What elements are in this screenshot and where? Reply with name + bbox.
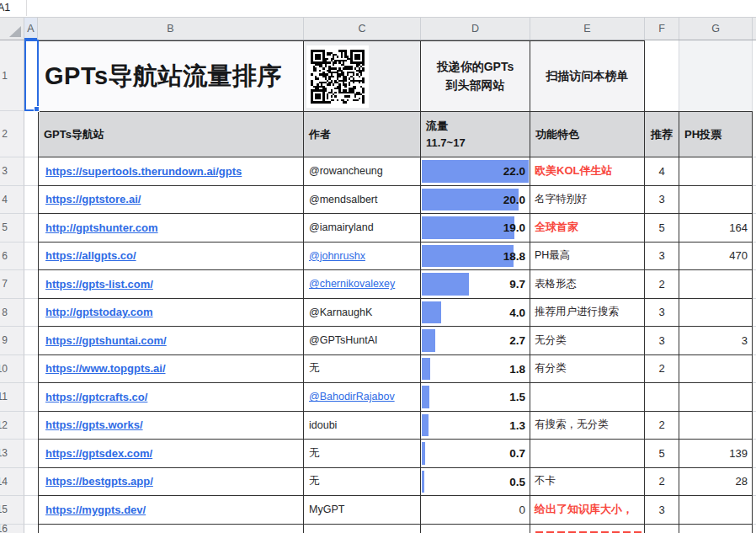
ph-votes-cell[interactable] (679, 270, 753, 299)
recommend-cell[interactable]: 3 (645, 243, 679, 271)
column-header-a[interactable]: A (24, 18, 38, 40)
cell-col-a[interactable] (24, 468, 38, 497)
header-author[interactable]: 作者 (304, 111, 421, 157)
recommend-cell[interactable]: 2 (645, 270, 679, 299)
cell-col-a[interactable] (24, 243, 38, 271)
row-header[interactable]: 3 (0, 157, 24, 186)
feature-cell[interactable]: 欧美KOL伴生站 (530, 157, 645, 186)
header-recommend[interactable]: 推荐 (645, 111, 679, 157)
column-header-f[interactable]: F (645, 18, 679, 40)
cell-c1-qr[interactable] (304, 40, 421, 111)
header-site[interactable]: GPTs导航站 (38, 111, 304, 157)
site-link[interactable]: https://supertools.therundown.ai/gpts (39, 165, 242, 178)
feature-cell[interactable]: 给出了知识库大小， (530, 496, 645, 525)
row-header[interactable]: 13 (0, 440, 24, 468)
author-cell[interactable]: @KarnaughK (304, 299, 421, 328)
feature-cell[interactable]: 名字特别好 (530, 186, 645, 215)
author-cell[interactable]: MyGPT (304, 496, 421, 525)
recommend-cell[interactable]: 5 (645, 214, 679, 243)
recommend-cell[interactable]: 3 (645, 496, 679, 525)
cell-col-a[interactable] (24, 186, 38, 215)
cell-g1[interactable] (679, 40, 753, 111)
row-header[interactable]: 10 (0, 355, 24, 384)
cell-e1-scan-note[interactable]: 扫描访问本榜单 (530, 40, 645, 111)
header-feature[interactable]: 功能特色 (530, 111, 645, 157)
author-cell[interactable]: @iamairyland (304, 214, 421, 243)
ph-votes-cell[interactable]: 28 (679, 468, 753, 497)
ph-votes-cell[interactable]: 3 (679, 327, 753, 355)
column-header-c[interactable]: C (304, 18, 421, 40)
cell-col-a[interactable] (24, 299, 38, 328)
recommend-cell[interactable]: 3 (645, 299, 679, 328)
row-header[interactable]: 15 (0, 496, 24, 525)
site-link[interactable]: https://gptstore.ai/ (39, 193, 141, 205)
name-box[interactable]: A1 (0, 2, 10, 13)
recommend-cell[interactable]: 2 (645, 412, 679, 440)
traffic-cell[interactable]: 20.0 (421, 186, 530, 215)
ph-votes-cell[interactable] (679, 412, 753, 440)
row-header[interactable]: 7 (0, 270, 24, 299)
recommend-cell[interactable]: 2 (645, 468, 679, 497)
author-cell[interactable]: @rowancheung (304, 157, 421, 186)
author-cell[interactable]: 无 (304, 355, 421, 384)
cell-col-a[interactable] (24, 157, 38, 186)
column-header-b[interactable]: B (38, 18, 304, 40)
recommend-cell[interactable]: 4 (645, 157, 679, 186)
ph-votes-cell[interactable] (679, 157, 753, 186)
cell-col-a[interactable] (24, 496, 38, 525)
cell-col-a[interactable] (24, 327, 38, 355)
recommend-cell[interactable]: 5 (645, 440, 679, 468)
feature-cell[interactable]: PH最高 (530, 243, 645, 271)
traffic-cell[interactable]: 0.5 (421, 468, 530, 497)
feature-cell[interactable]: 推荐用户进行搜索 (530, 299, 645, 328)
site-link[interactable]: http://gptshunter.com (39, 221, 158, 234)
traffic-cell[interactable]: 4.0 (421, 299, 530, 328)
site-link[interactable]: https://gptshuntai.com/ (39, 334, 167, 347)
column-header-e[interactable]: E (530, 18, 645, 40)
row-header-16[interactable]: 16 (0, 525, 24, 533)
traffic-cell[interactable]: 1.5 (421, 383, 530, 412)
cell-e16[interactable] (530, 525, 645, 533)
column-header-g[interactable]: G (679, 18, 753, 40)
site-link[interactable]: http://gptstoday.com (39, 306, 153, 318)
row-header[interactable]: 4 (0, 186, 24, 215)
feature-cell[interactable]: 有搜索，无分类 (530, 412, 645, 440)
row-header[interactable]: 5 (0, 214, 24, 243)
traffic-cell[interactable]: 19.0 (421, 214, 530, 243)
header-ph-votes[interactable]: PH投票 (679, 111, 753, 157)
row-header[interactable]: 9 (0, 327, 24, 355)
cell-a2[interactable] (24, 111, 38, 157)
cell-f16[interactable] (645, 525, 679, 533)
ph-votes-cell[interactable] (679, 496, 753, 525)
select-all-corner[interactable] (0, 18, 24, 40)
row-header[interactable]: 8 (0, 299, 24, 328)
author-cell[interactable]: idoubi (304, 412, 421, 440)
author-cell[interactable]: @johnrushx (304, 243, 421, 271)
feature-cell[interactable] (530, 440, 645, 468)
ph-votes-cell[interactable]: 164 (679, 214, 753, 243)
author-cell[interactable]: @chernikovalexey (304, 270, 421, 299)
traffic-cell[interactable]: 2.7 (421, 327, 530, 355)
author-cell[interactable]: @mendsalbert (304, 186, 421, 215)
site-link[interactable]: https://www.topgpts.ai/ (39, 362, 166, 375)
row-header-1[interactable]: 1 (0, 40, 24, 111)
traffic-cell[interactable]: 1.8 (421, 355, 530, 384)
row-header[interactable]: 11 (0, 383, 24, 412)
recommend-cell[interactable]: 3 (645, 327, 679, 355)
cell-col-a[interactable] (24, 412, 38, 440)
cell-a1[interactable] (24, 40, 38, 111)
ph-votes-cell[interactable] (679, 355, 753, 384)
header-traffic[interactable]: 流量 11.7~17 (421, 111, 530, 157)
ph-votes-cell[interactable] (679, 383, 753, 412)
traffic-cell[interactable]: 18.8 (421, 243, 530, 271)
author-cell[interactable]: @GPTsHuntAI (304, 327, 421, 355)
row-header[interactable]: 14 (0, 468, 24, 497)
traffic-cell[interactable]: 0 (421, 496, 530, 525)
cell-g16[interactable] (679, 525, 753, 533)
cell-col-a[interactable] (24, 383, 38, 412)
feature-cell[interactable] (530, 383, 645, 412)
recommend-cell[interactable] (645, 383, 679, 412)
cell-d16[interactable] (421, 525, 530, 533)
recommend-cell[interactable]: 2 (645, 355, 679, 384)
ph-votes-cell[interactable]: 470 (679, 243, 753, 271)
